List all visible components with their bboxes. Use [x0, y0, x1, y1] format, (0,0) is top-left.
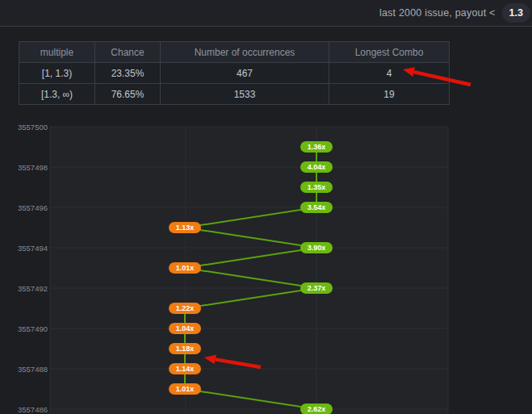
multiplier-pill-3557499: [300, 141, 333, 153]
multiplier-pill-label: 4.04x: [308, 163, 326, 171]
multiplier-pill-label: 1.14x: [176, 365, 195, 373]
multiplier-pill-label: 3.90x: [308, 244, 326, 252]
arrow-pill-1-18x: [204, 354, 216, 364]
multiplier-pill-3557496: [300, 202, 333, 213]
multiplier-pill-3557486: [300, 404, 333, 414]
multiplier-pill-3557497: [300, 182, 333, 193]
y-axis-tick-label: 3557498: [18, 163, 48, 172]
col-header-chance: Chance: [95, 42, 161, 63]
multiplier-pill-label: 3.54x: [308, 203, 326, 211]
multiplier-pill-label: 2.62x: [308, 405, 326, 413]
cell-chance-high: 76.65%: [95, 84, 161, 105]
y-axis-tick-label: 3557500: [18, 123, 48, 132]
col-header-longest-combo: Longest Combo: [329, 42, 450, 63]
multiplier-pill-3557490: [169, 323, 201, 334]
table-header-row: multiple Chance Number of occurrences Lo…: [19, 42, 450, 63]
multiplier-pill-label: 1.18x: [176, 345, 195, 353]
col-header-multiple: multiple: [19, 42, 95, 63]
multiplier-pill-label: 2.37x: [308, 284, 326, 292]
cell-occurrences-high: 1533: [161, 84, 329, 105]
y-axis-tick-label: 3557494: [18, 244, 48, 253]
multiplier-pill-label: 1.13x: [176, 224, 195, 232]
multiplier-pill-3557489: [169, 343, 201, 354]
cell-multiple-high: [1.3, ∞): [19, 84, 95, 105]
plot-area: [50, 127, 448, 414]
y-axis-tick-label: 3557488: [18, 365, 48, 374]
multiplier-pill-3557488: [169, 363, 201, 374]
multiplier-pill-label: 1.35x: [308, 183, 326, 191]
col-header-occurrences: Number of occurrences: [161, 42, 329, 63]
multiplier-pill-3557487: [169, 383, 201, 395]
multiplier-pill-3557493: [169, 262, 201, 274]
multiplier-pill-label: 1.36x: [308, 143, 326, 151]
multiplier-pill-3557494: [300, 242, 333, 253]
multiplier-pill-label: 1.04x: [176, 324, 195, 332]
cell-occurrences-low: 467: [161, 63, 329, 84]
y-axis-tick-label: 3557492: [18, 284, 48, 293]
payout-threshold-badge[interactable]: 1.3: [502, 3, 530, 23]
cell-longest-combo-high: 19: [329, 84, 450, 105]
multiplier-pill-3557491: [169, 303, 201, 314]
multiplier-pill-label: 1.22x: [176, 304, 195, 312]
multiplier-pill-label: 1.01x: [176, 264, 195, 272]
y-axis-tick-label: 3557490: [18, 324, 48, 333]
cell-multiple-low: [1, 1.3): [19, 63, 95, 84]
stats-table: multiple Chance Number of occurrences Lo…: [19, 41, 450, 105]
filter-label: last 2000 issue, payout <: [379, 7, 496, 19]
multiplier-pill-3557495: [169, 222, 201, 233]
y-axis-tick-label: 3557496: [18, 203, 48, 212]
y-axis-tick-label: 3557486: [18, 405, 48, 414]
multiplier-pill-3557498: [300, 161, 333, 173]
topbar: last 2000 issue, payout < 1.3: [0, 0, 532, 27]
arrow-pill-1-18x-shaft: [216, 359, 261, 367]
multiplier-pill-3557492: [300, 282, 333, 294]
cell-chance-low: 23.35%: [95, 63, 161, 84]
multiplier-pill-label: 1.01x: [176, 385, 195, 393]
multiplier-series-line: [185, 147, 316, 409]
cell-longest-combo-low: 4: [329, 63, 450, 84]
table-row-low-band: [1, 1.3) 23.35% 467 4: [19, 63, 450, 84]
table-row-high-band: [1.3, ∞) 76.65% 1533 19: [19, 84, 450, 105]
